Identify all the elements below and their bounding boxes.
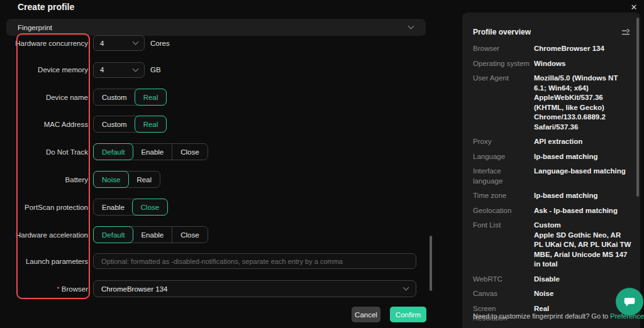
form-row-battery: Battery Noise Real <box>0 171 426 188</box>
overview-row: Font ListCustom Apple SD Gothic Neo, AR … <box>473 221 631 270</box>
form-row-hardware-concurrency: Hardware concurrency 4 Cores <box>0 35 426 51</box>
option-enable[interactable]: Enable <box>133 144 172 160</box>
confirm-button[interactable]: Confirm <box>390 307 426 322</box>
browser-select[interactable]: ChromeBrowser 134 <box>93 280 416 297</box>
chat-bubble-button[interactable] <box>616 288 643 315</box>
option-default[interactable]: Default <box>93 226 133 243</box>
gb-suffix: GB <box>150 66 161 74</box>
portscan-protection-label: PortScan protection <box>25 204 88 211</box>
device-name-options: Custom Real <box>93 89 167 106</box>
hardware-acceleration-label: Hardware acceleration <box>16 231 88 239</box>
battery-options: Noise Real <box>93 171 160 188</box>
browser-label: *Browser <box>57 285 88 293</box>
mac-address-label: MAC Address <box>44 121 88 128</box>
profile-overview-panel: Profile overview BrowserChromeBrowser 13… <box>462 13 640 328</box>
select-value: 4 <box>100 40 104 47</box>
overview-row: BrowserChromeBrowser 134 <box>473 44 631 54</box>
option-close[interactable]: Close <box>172 144 207 160</box>
overview-row: GeolocationAsk - Ip-based matching <box>473 206 631 216</box>
form-row-device-memory: Device memory 4 GB <box>0 62 426 78</box>
overview-row: Operating systemWindows <box>473 59 631 69</box>
hardware-acceleration-options: Default Enable Close <box>93 226 208 243</box>
speech-bubble-icon <box>623 295 636 309</box>
option-enable[interactable]: Enable <box>94 199 133 215</box>
option-real[interactable]: Real <box>128 172 160 187</box>
form-row-hardware-acceleration: Hardware acceleration Default Enable Clo… <box>0 226 426 243</box>
form-row-browser: *Browser ChromeBrowser 134 <box>0 280 426 297</box>
profile-overview-title: Profile overview <box>473 28 531 36</box>
form-row-launch-parameters: Launch parameters <box>0 253 426 269</box>
close-icon[interactable]: ✕ <box>628 1 640 13</box>
overview-row: LanguageIp-based matching <box>473 152 631 162</box>
option-enable[interactable]: Enable <box>133 227 172 243</box>
option-close[interactable]: Close <box>132 199 168 216</box>
portscan-options: Enable Close <box>93 199 168 216</box>
panel-scrollbar[interactable] <box>636 18 639 197</box>
overview-row: User AgentMozilla/5.0 (Windows NT 6.1; W… <box>473 74 631 132</box>
overview-row: Interface languageLanguage-based matchin… <box>473 167 631 186</box>
mac-address-options: Custom Real <box>93 116 167 133</box>
option-close[interactable]: Close <box>172 227 207 243</box>
collapse-panel-icon[interactable] <box>621 28 631 36</box>
select-value: 4 <box>100 66 104 74</box>
overview-row: WebRTCDisable <box>473 275 631 285</box>
option-custom[interactable]: Custom <box>94 116 135 132</box>
fingerprint-section-label: Fingerprint <box>18 24 52 31</box>
option-real[interactable]: Real <box>135 116 167 133</box>
option-noise[interactable]: Noise <box>93 171 129 188</box>
chevron-down-icon <box>408 23 414 30</box>
option-default[interactable]: Default <box>93 143 133 160</box>
overview-row: ProxyAPI extraction <box>473 137 631 147</box>
do-not-track-label: Do Not Track <box>46 148 88 156</box>
hardware-concurrency-select[interactable]: 4 <box>93 35 145 51</box>
chevron-down-icon <box>133 65 139 72</box>
form-row-portscan-protection: PortScan protection Enable Close <box>0 199 426 216</box>
option-custom[interactable]: Custom <box>94 89 135 105</box>
overview-row: CanvasNoise <box>473 289 631 299</box>
fingerprint-section-header[interactable]: Fingerprint <box>6 19 426 36</box>
select-value: ChromeBrowser 134 <box>101 285 167 293</box>
device-name-label: Device name <box>46 94 88 101</box>
cores-suffix: Cores <box>150 40 170 47</box>
chevron-down-icon <box>403 285 409 291</box>
required-asterisk: * <box>57 285 59 293</box>
hardware-concurrency-label: Hardware concurrency <box>15 40 88 47</box>
do-not-track-options: Default Enable Close <box>93 143 208 160</box>
overview-row: Time zoneIp-based matching <box>473 191 631 201</box>
battery-label: Battery <box>65 176 88 183</box>
form-row-mac-address: MAC Address Custom Real <box>0 116 426 133</box>
launch-parameters-label: Launch parameters <box>26 258 88 265</box>
customize-fingerprint-note: Need to customize fingerprint default? G… <box>473 312 644 320</box>
form-row-do-not-track: Do Not Track Default Enable Close <box>0 143 426 160</box>
form-scrollbar[interactable] <box>430 236 432 291</box>
cancel-button[interactable]: Cancel <box>352 307 380 322</box>
device-memory-select[interactable]: 4 <box>93 62 145 78</box>
option-real[interactable]: Real <box>135 89 167 106</box>
create-profile-dialog: Create profile ✕ Fingerprint Hardware co… <box>0 0 644 328</box>
form-row-device-name: Device name Custom Real <box>0 89 426 106</box>
launch-parameters-input[interactable] <box>93 253 416 269</box>
chevron-down-icon <box>133 39 139 45</box>
device-memory-label: Device memory <box>38 66 88 74</box>
page-title: Create profile <box>18 2 74 12</box>
